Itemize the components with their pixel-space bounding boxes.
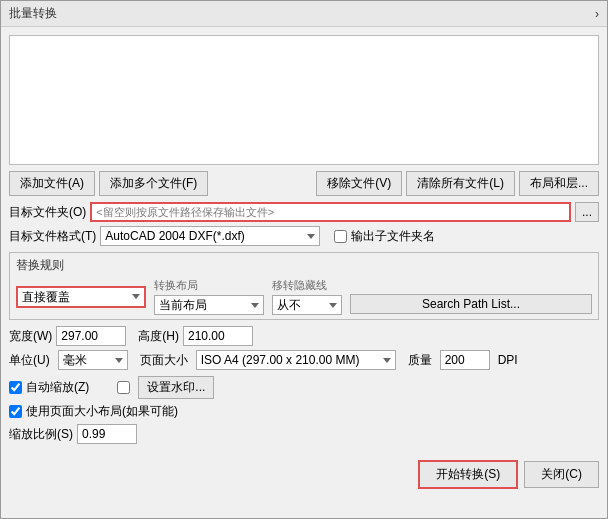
pagesize-label: 页面大小 (140, 352, 188, 369)
unit-select[interactable]: 毫米 (58, 350, 128, 370)
moveline-label: 移转隐藏线 (272, 278, 342, 293)
dpi-label: DPI (498, 353, 518, 367)
quality-label: 质量 (408, 352, 432, 369)
auto-scale-checkbox[interactable] (9, 381, 22, 394)
replace-rules-section: 替换规则 直接覆盖 转换布局 当前布局 移转隐藏线 从不 Search Path… (9, 252, 599, 320)
clear-all-button[interactable]: 清除所有文件(L) (406, 171, 515, 196)
target-folder-input[interactable] (90, 202, 571, 222)
pagesize-select[interactable]: ISO A4 (297.00 x 210.00 MM) (196, 350, 396, 370)
replace-inner: 直接覆盖 转换布局 当前布局 移转隐藏线 从不 Search Path List… (16, 278, 592, 315)
moveline-select[interactable]: 从不 (272, 295, 342, 315)
auto-scale-row: 自动缩放(Z) 设置水印... (1, 374, 607, 401)
add-file-button[interactable]: 添加文件(A) (9, 171, 95, 196)
close-dialog-button[interactable]: 关闭(C) (524, 461, 599, 488)
replace-rules-title: 替换规则 (16, 257, 592, 274)
layout-select[interactable]: 当前布局 (154, 295, 264, 315)
bottom-bar: 开始转换(S) 关闭(C) (1, 452, 607, 497)
scale-label: 缩放比例(S) (9, 426, 73, 443)
layout-etc-button[interactable]: 布局和层... (519, 171, 599, 196)
window-title: 批量转换 (9, 5, 57, 22)
width-label: 宽度(W) (9, 328, 52, 345)
output-subdir-checkbox[interactable] (334, 230, 347, 243)
main-window: 批量转换 › 添加文件(A) 添加多个文件(F) 移除文件(V) 清除所有文件(… (0, 0, 608, 519)
browse-button[interactable]: ... (575, 202, 599, 222)
remove-file-button[interactable]: 移除文件(V) (316, 171, 402, 196)
height-group: 高度(H) (138, 326, 253, 346)
start-convert-button[interactable]: 开始转换(S) (418, 460, 518, 489)
file-list-area (9, 35, 599, 165)
quality-input[interactable] (440, 350, 490, 370)
replace-select[interactable]: 直接覆盖 (16, 286, 146, 308)
moveline-group: 移转隐藏线 从不 (272, 278, 342, 315)
width-input[interactable] (56, 326, 126, 346)
watermark-checkbox[interactable] (117, 381, 130, 394)
layout-group: 转换布局 当前布局 (154, 278, 264, 315)
searchpath-label (350, 280, 592, 292)
searchpath-group: Search Path List... (350, 280, 592, 314)
format-select[interactable]: AutoCAD 2004 DXF(*.dxf) (100, 226, 320, 246)
watermark-button[interactable]: 设置水印... (138, 376, 214, 399)
scale-input[interactable] (77, 424, 137, 444)
auto-scale-label: 自动缩放(Z) (9, 379, 89, 396)
target-folder-row: 目标文件夹(O) ... (1, 202, 607, 222)
unit-label: 单位(U) (9, 352, 50, 369)
unit-row: 单位(U) 毫米 页面大小 ISO A4 (297.00 x 210.00 MM… (1, 350, 607, 370)
layout-label: 转换布局 (154, 278, 264, 293)
format-label: 目标文件格式(T) (9, 228, 96, 245)
height-label: 高度(H) (138, 328, 179, 345)
format-row: 目标文件格式(T) AutoCAD 2004 DXF(*.dxf) 输出子文件夹… (1, 226, 607, 246)
searchpath-button[interactable]: Search Path List... (350, 294, 592, 314)
scale-row: 缩放比例(S) (1, 422, 607, 446)
use-page-layout-label: 使用页面大小布局(如果可能) (9, 403, 178, 420)
title-bar: 批量转换 › (1, 1, 607, 27)
window-close-icon[interactable]: › (595, 7, 599, 21)
height-input[interactable] (183, 326, 253, 346)
use-page-layout-checkbox[interactable] (9, 405, 22, 418)
target-folder-label: 目标文件夹(O) (9, 204, 86, 221)
dimensions-row: 宽度(W) 高度(H) (1, 326, 607, 346)
add-multiple-button[interactable]: 添加多个文件(F) (99, 171, 208, 196)
output-subdir-label: 输出子文件夹名 (334, 228, 435, 245)
width-group: 宽度(W) (9, 326, 126, 346)
use-page-layout-row: 使用页面大小布局(如果可能) (1, 401, 607, 422)
file-buttons-row: 添加文件(A) 添加多个文件(F) 移除文件(V) 清除所有文件(L) 布局和层… (1, 171, 607, 196)
